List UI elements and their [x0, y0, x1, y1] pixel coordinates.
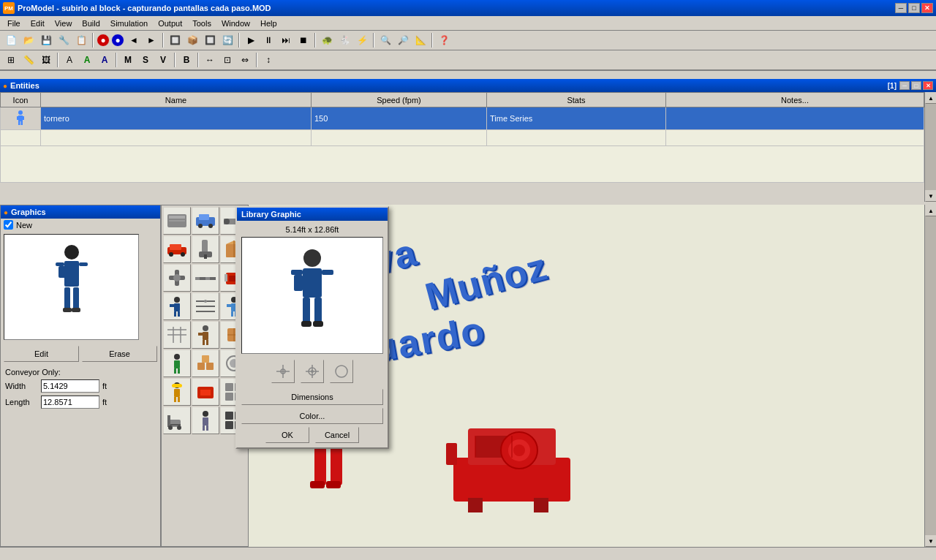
minimize-button[interactable]: ─ — [895, 3, 907, 13]
empty-notes[interactable] — [666, 130, 924, 146]
dimensions-button[interactable]: Dimensions — [241, 389, 383, 405]
tb2-snap[interactable]: 📏 — [20, 52, 37, 68]
tb2-a1[interactable]: A — [61, 52, 78, 68]
tb-stop[interactable]: ⏹ — [295, 32, 312, 48]
icon-table[interactable] — [163, 207, 191, 235]
icon-network[interactable] — [163, 321, 191, 349]
tb2-grid[interactable]: ⊞ — [3, 52, 19, 68]
menu-tools[interactable]: Tools — [188, 18, 216, 29]
row-stats[interactable]: Time Series — [487, 107, 666, 130]
empty-speed[interactable] — [312, 130, 487, 146]
svg-rect-82 — [174, 397, 176, 402]
tb2-select[interactable]: ⊡ — [219, 52, 235, 68]
row-speed[interactable]: 150 — [312, 107, 487, 130]
tb2-bg[interactable]: 🖼 — [38, 52, 54, 68]
erase-button[interactable]: Erase — [82, 346, 157, 362]
entities-close[interactable]: ✕ — [923, 81, 933, 90]
tb-nodes[interactable]: 📦 — [184, 32, 200, 48]
length-input[interactable] — [41, 396, 99, 409]
scroll-track[interactable] — [925, 104, 936, 190]
tb-save[interactable]: 💾 — [38, 32, 54, 48]
tb-play[interactable]: ▶ — [243, 32, 259, 48]
tb-zoom-fit[interactable]: 📐 — [412, 32, 429, 48]
menu-simulation[interactable]: Simulation — [106, 18, 152, 29]
icon-person3[interactable] — [192, 321, 219, 349]
icon-drill[interactable] — [192, 235, 219, 263]
width-input[interactable] — [41, 379, 99, 393]
menu-view[interactable]: View — [50, 18, 77, 29]
menu-help[interactable]: Help — [256, 18, 282, 29]
icon-vehicle[interactable] — [192, 207, 219, 235]
edit-button[interactable]: Edit — [4, 346, 79, 362]
tb-run-sim[interactable]: 🔧 — [56, 32, 72, 48]
align-icon-3[interactable] — [330, 360, 353, 383]
tb-arrow-right[interactable]: ► — [143, 32, 159, 48]
menu-window[interactable]: Window — [217, 18, 254, 29]
menu-edit[interactable]: Edit — [26, 18, 49, 29]
tb2-v[interactable]: V — [155, 52, 171, 68]
tb-arrow-left[interactable]: ◄ — [126, 32, 142, 48]
tb2-b[interactable]: B — [178, 52, 195, 68]
color-button[interactable]: Color... — [241, 408, 383, 424]
tb2-m[interactable]: M — [120, 52, 136, 68]
icon-red-car[interactable] — [163, 235, 191, 263]
tb-location[interactable]: ● — [97, 34, 110, 47]
tb-step[interactable]: ⏭ — [278, 32, 294, 48]
scroll-down[interactable]: ▼ — [925, 190, 936, 202]
icon-boxes[interactable] — [192, 349, 219, 377]
align-icon-2[interactable] — [301, 360, 324, 383]
menu-file[interactable]: File — [3, 18, 25, 29]
tb2-misc[interactable]: ↕ — [260, 52, 276, 68]
tb-zoom-out[interactable]: 🔎 — [395, 32, 411, 48]
main-scroll-down[interactable]: ▼ — [925, 535, 936, 547]
icon-robot-arm[interactable] — [163, 264, 191, 292]
icon-person4[interactable] — [163, 349, 191, 377]
tb2-move[interactable]: ↔ — [202, 52, 218, 68]
new-checkbox[interactable] — [4, 220, 13, 230]
menu-build[interactable]: Build — [78, 18, 104, 29]
icon-lines[interactable] — [192, 292, 219, 320]
table-row[interactable]: tornero 150 Time Series — [1, 107, 924, 130]
tb-zoom-in[interactable]: 🔍 — [377, 32, 393, 48]
main-scroll-up[interactable]: ▲ — [925, 205, 936, 216]
entities-restore[interactable]: □ — [911, 81, 921, 90]
tb-arrivals[interactable]: 🔲 — [202, 32, 218, 48]
entities-minimize[interactable]: ─ — [899, 81, 910, 90]
tb2-s[interactable]: S — [137, 52, 154, 68]
tb-copy[interactable]: 📋 — [73, 32, 89, 48]
tb-open[interactable]: 📂 — [20, 32, 37, 48]
icon-red-box[interactable] — [192, 378, 219, 406]
svg-rect-86 — [200, 390, 211, 396]
tb2-zoom2[interactable]: ⇔ — [237, 52, 253, 68]
ok-button[interactable]: OK — [265, 427, 309, 443]
tb-speed2[interactable]: 🐇 — [336, 32, 352, 48]
tb-help[interactable]: ❓ — [436, 32, 452, 48]
close-button[interactable]: ✕ — [921, 3, 933, 13]
tb-pause[interactable]: ⏸ — [260, 32, 276, 48]
tb2-a2[interactable]: A — [79, 52, 95, 68]
empty-name[interactable] — [41, 130, 312, 146]
tb-new[interactable]: 📄 — [3, 32, 19, 48]
col-notes[interactable]: Notes... — [666, 93, 924, 107]
icon-person1[interactable] — [163, 292, 191, 320]
row-name[interactable]: tornero — [41, 107, 312, 130]
tb2-a3[interactable]: A — [97, 52, 113, 68]
tb-speed1[interactable]: 🐢 — [319, 32, 335, 48]
empty-row2[interactable] — [1, 146, 924, 183]
tb-process[interactable]: 🔄 — [219, 32, 235, 48]
cancel-button[interactable]: Cancel — [315, 427, 359, 443]
align-icon-1[interactable] — [271, 360, 295, 383]
tb-speed3[interactable]: ⚡ — [354, 32, 370, 48]
tb-entity[interactable]: ● — [111, 34, 124, 47]
icon-person5[interactable] — [192, 406, 219, 434]
empty-stats[interactable] — [487, 130, 666, 146]
row-notes[interactable] — [666, 107, 924, 130]
tb-path[interactable]: 🔲 — [167, 32, 183, 48]
icon-forklift[interactable] — [163, 406, 191, 434]
icon-flat-belt[interactable] — [192, 264, 219, 292]
menu-output[interactable]: Output — [154, 18, 186, 29]
main-scroll-track[interactable] — [925, 216, 936, 535]
icon-hardhat[interactable] — [163, 378, 191, 406]
scroll-up[interactable]: ▲ — [925, 92, 936, 104]
restore-button[interactable]: □ — [908, 3, 920, 13]
